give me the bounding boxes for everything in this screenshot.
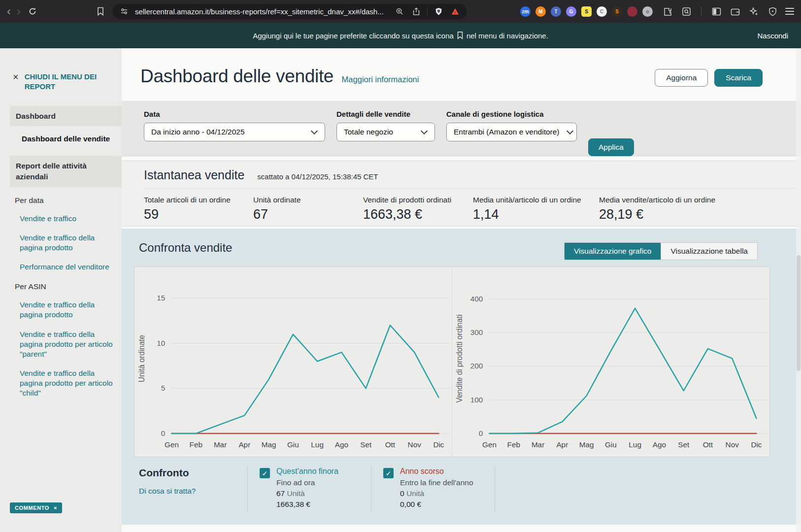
svg-text:Lug: Lug [629,440,641,449]
comment-badge[interactable]: COMMENTO × [10,502,62,513]
legend-item-subtitle: Fino ad ora [276,478,359,487]
extension-icons: zmMTGSCSo [520,6,653,17]
close-icon[interactable]: × [13,72,19,82]
close-report-menu-label[interactable]: CHIUDI IL MENU DEI REPORT [25,72,113,92]
metric-value: 59 [144,207,253,222]
snapshot-title: Istantanea vendite [144,168,244,182]
sidebar-item-9[interactable]: Vendite e traffico della pagina prodotto… [0,325,122,364]
snapshot-timestamp: scattato a 04/12/2025, 15:38:45 CET [257,172,378,181]
sales-detail-filter-label: Dettagli delle vendite [336,110,435,118]
vpn-shield-icon[interactable] [767,5,778,17]
svg-text:0: 0 [161,429,166,437]
close-report-menu[interactable]: × CHIUDI IL MENU DEI REPORT [13,72,113,92]
puzzle-extensions-icon[interactable] [662,5,673,17]
metric-label: Media unità/articolo di un ordine [473,196,599,204]
svg-text:400: 400 [470,295,483,303]
sidebar-item-6[interactable]: Performance del venditore [0,257,122,276]
legend-item-amount: 0,00 € [400,500,483,509]
forward-icon[interactable]: › [17,5,21,17]
sales-detail-select[interactable]: Totale negozio [336,123,435,141]
address-bar[interactable]: sellercentral.amazon.it/business-reports… [112,4,467,19]
sales-snapshot-section: Istantanea vendite scattato a 04/12/2025… [122,161,801,227]
fulfillment-channel-value: Entrambi (Amazon e venditore) [454,128,560,136]
sidebar-item-5[interactable]: Vendite e traffico della pagina prodotto [0,228,122,257]
session-extension-icon[interactable]: S [581,6,592,17]
ghostery-icon[interactable]: G [566,6,576,17]
metric-label: Vendite di prodotti ordinati [363,196,473,204]
apply-button[interactable]: Applica [588,138,634,156]
filter-bar: Data Da inizio anno - 04/12/2025 Dettagl… [122,101,801,157]
ordered-product-sales-chart: 0100200300400Vendite di prodotti ordinat… [452,267,769,457]
chevron-down-icon [311,128,318,134]
reload-icon[interactable] [27,5,38,17]
back-icon[interactable]: ‹ [7,5,11,17]
comment-badge-close-icon[interactable]: × [54,505,57,511]
wallet-icon[interactable] [729,5,741,17]
refresh-button[interactable]: Aggiorna [655,69,708,87]
banner-hide-button[interactable]: Nascondi [757,32,788,40]
menu-icon[interactable] [785,8,794,15]
sats-extension-icon[interactable]: S [612,6,622,17]
svg-text:15: 15 [157,294,165,302]
sidebar-item-8[interactable]: Vendite e traffico della pagina prodotto [0,295,122,324]
sidebar-item-2: Report delle attività aziendali [10,156,122,187]
snapshot-metrics: Totale articoli di un ordine59Unità ordi… [144,189,801,222]
metric-value: 28,19 € [599,207,737,222]
svg-text:Giu: Giu [287,440,299,449]
sidebar-item-7: Per ASIN [0,276,122,295]
banner-text-after: nel menu di navigazione. [467,32,548,40]
bookmark-icon[interactable] [95,5,106,17]
legend-heading: Confronto [139,467,235,479]
comparison-charts-card: 051015Unità ordinateGenFebMarAprMagGiuLu… [134,266,770,457]
sidebar-item-10[interactable]: Vendite e traffico della pagina prodotto… [0,364,122,402]
svg-text:100: 100 [470,396,483,404]
sidebar-list: DashboardDashboard delle venditeReport d… [0,106,122,403]
date-filter-label: Data [144,110,325,118]
site-settings-icon[interactable] [118,5,130,17]
brave-shield-icon[interactable] [433,5,444,17]
sidebar-item-3: Per data [0,190,122,209]
metamask-icon[interactable]: M [535,6,546,17]
metric-label: Unità ordinate [253,196,363,204]
zoom-extension-icon[interactable]: zm [520,6,531,17]
search-panel-icon[interactable] [680,5,692,17]
svg-text:Ott: Ott [385,440,396,449]
legend-units-number: 0 [400,489,404,498]
scrollbar-thumb[interactable] [797,255,801,371]
legend-checkbox[interactable]: ✓ [383,468,394,478]
view-tabs: Visualizzazione grafico Visualizzazione … [564,242,758,260]
leo-ai-sparkle-icon[interactable] [748,5,760,17]
legend-item-text: Quest'anno finoraFino ad ora67 Unità1663… [276,467,359,509]
browser-action-icons [662,5,794,17]
red-extension-icon[interactable] [627,6,637,17]
page-scrollbar[interactable] [796,48,801,532]
metric-value: 1663,38 € [363,207,473,222]
sidebar-item-4[interactable]: Vendite e traffico [0,209,122,228]
blue-extension-icon[interactable]: T [551,6,561,17]
sidebar-item-1[interactable]: Dashboard delle vendite [0,129,122,149]
tab-table-view[interactable]: Visualizzazione tabella [661,243,757,260]
svg-text:Dic: Dic [433,440,444,449]
legend-checkbox[interactable]: ✓ [260,468,270,478]
url-text[interactable]: sellercentral.amazon.it/business-reports… [135,7,389,16]
brave-rewards-icon[interactable] [449,5,461,17]
sidebar-toggle-icon[interactable] [710,5,722,17]
shield-extension-icon[interactable]: o [642,6,653,17]
svg-text:Nov: Nov [726,440,739,449]
svg-text:Mar: Mar [214,440,227,449]
date-filter-select[interactable]: Da inizio anno - 04/12/2025 [144,123,325,141]
share-icon[interactable] [410,5,422,17]
download-button[interactable]: Scarica [714,69,763,87]
what-is-this-link[interactable]: Di cosa si tratta? [139,487,235,496]
tab-chart-view[interactable]: Visualizzazione grafico [565,243,661,260]
svg-text:Mar: Mar [532,440,544,449]
c-extension-icon[interactable]: C [597,6,607,17]
snapshot-metric-0: Totale articoli di un ordine59 [144,196,253,222]
legend-heading-block: Confronto Di cosa si tratta? [134,466,248,512]
fulfillment-channel-select[interactable]: Entrambi (Amazon e venditore) [446,123,577,141]
legend-units-word: Unità [285,489,305,498]
date-filter-value: Da inizio anno - 04/12/2025 [151,128,304,136]
zoom-page-icon[interactable] [394,5,405,17]
more-info-link[interactable]: Maggiori informazioni [342,75,419,84]
chevron-down-icon [566,128,573,134]
